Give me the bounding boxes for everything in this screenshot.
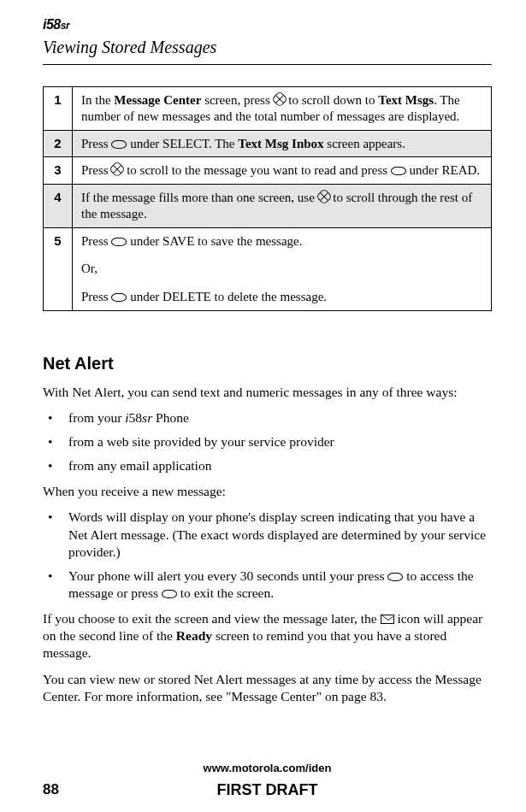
step-row-1: 1 In the Message Center screen, press to… — [44, 87, 492, 131]
softkey-icon — [111, 140, 127, 149]
ways-list: from your i58sr Phone from a web site pr… — [43, 409, 492, 474]
step-text: Press under SAVE to save the message. Or… — [73, 227, 492, 310]
step-text: In the Message Center screen, press to s… — [73, 87, 492, 131]
softkey-icon — [111, 293, 127, 302]
softkey-icon — [391, 167, 406, 175]
step-number: 5 — [44, 227, 73, 310]
subsection-heading: Net Alert — [43, 354, 492, 374]
title-rule — [43, 64, 492, 65]
page-footer: www.motorola.com/iden 88 FIRST DRAFT — [43, 762, 492, 798]
list-item: Your phone will alert you every 30 secon… — [43, 568, 492, 602]
view-paragraph: You can view new or stored Net Alert mes… — [43, 671, 492, 705]
product-logo: i58sr — [43, 17, 492, 32]
step-text: Press under SELECT. The Text Msg Inbox s… — [73, 130, 492, 157]
step-number: 2 — [44, 130, 73, 157]
softkey-icon — [387, 573, 403, 581]
step-row-5: 5 Press under SAVE to save the message. … — [44, 227, 492, 310]
page-section-title: Viewing Stored Messages — [43, 38, 492, 57]
step-row-3: 3 Press to scroll to the message you wan… — [44, 157, 492, 185]
softkey-icon — [111, 238, 127, 246]
receive-list: Words will display on your phone's displ… — [43, 509, 492, 602]
step-row-4: 4 If the message fills more than one scr… — [44, 185, 492, 228]
intro-paragraph: With Net Alert, you can send text and nu… — [43, 384, 492, 401]
steps-table: 1 In the Message Center screen, press to… — [43, 86, 492, 311]
step-number: 1 — [44, 87, 73, 131]
draft-label: FIRST DRAFT — [43, 781, 492, 799]
receive-intro: When you receive a new message: — [43, 483, 492, 500]
step-number: 4 — [44, 185, 73, 228]
list-item: Words will display on your phone's displ… — [43, 509, 492, 560]
step-row-2: 2 Press under SELECT. The Text Msg Inbox… — [44, 130, 492, 157]
mail-icon — [381, 615, 394, 624]
list-item: from any email application — [43, 457, 492, 474]
step-number: 3 — [44, 157, 73, 185]
softkey-icon — [162, 590, 177, 598]
footer-url: www.motorola.com/iden — [43, 762, 492, 774]
list-item: from your i58sr Phone — [43, 409, 492, 427]
exit-paragraph: If you choose to exit the screen and vie… — [43, 610, 492, 662]
step-text: If the message fills more than one scree… — [73, 185, 492, 228]
list-item: from a web site provided by your service… — [43, 433, 492, 450]
step-text: Press to scroll to the message you want … — [73, 157, 492, 185]
